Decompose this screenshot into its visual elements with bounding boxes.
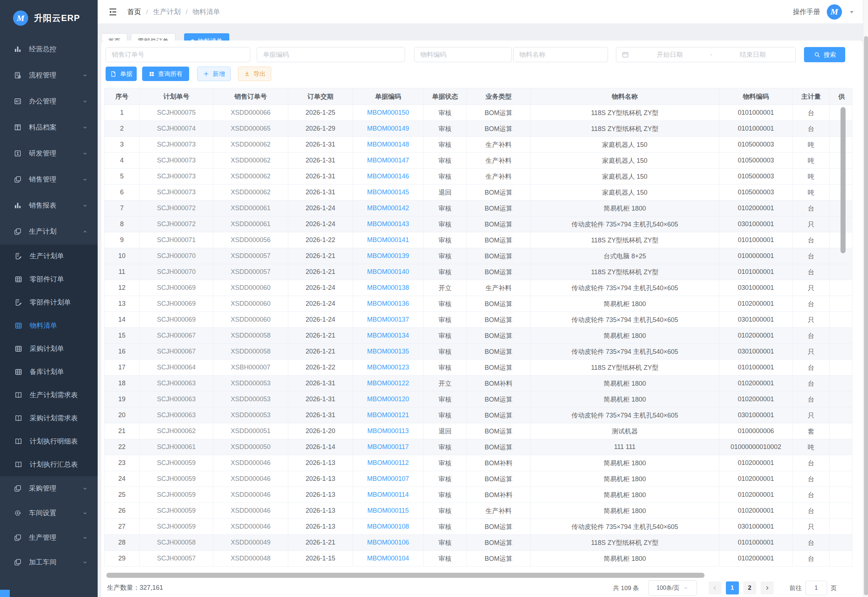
doc-code-link[interactable]: MBOM000107	[367, 475, 409, 482]
sidebar-item-加工车间[interactable]: 加工车间	[0, 550, 98, 575]
doc-code-link[interactable]: MBOM000145	[367, 189, 409, 196]
end-date-placeholder[interactable]: 结束日期	[715, 50, 791, 59]
sidebar-item-销售管理[interactable]: 销售管理	[0, 166, 98, 193]
doc-code-link[interactable]: MBOM000146	[367, 172, 409, 180]
user-menu-caret-icon[interactable]	[849, 9, 855, 15]
sidebar-item-备库计划单[interactable]: 备库计划单	[0, 360, 98, 383]
doc-code-link[interactable]: MBOM000137	[367, 316, 409, 323]
cell-partial	[829, 296, 852, 312]
prev-page-button[interactable]	[708, 581, 721, 594]
cell-material-code: 0105000003	[719, 169, 793, 184]
doc-code-link[interactable]: MBOM000123	[367, 364, 409, 371]
doc-code-link[interactable]: MBOM000148	[367, 141, 409, 148]
sidebar-item-物料清单[interactable]: 物料清单	[0, 314, 98, 337]
start-date-placeholder[interactable]: 开始日期	[632, 50, 707, 59]
sidebar-item-生产计划[interactable]: 生产计划	[0, 218, 98, 245]
collapse-menu-icon[interactable]	[108, 7, 118, 17]
doc-code-link[interactable]: MBOM000136	[367, 300, 409, 307]
sidebar-item-采购管理[interactable]: 采购管理	[0, 476, 98, 501]
doc-code-link[interactable]: MBOM000108	[367, 523, 409, 530]
doc-code-link[interactable]: MBOM000150	[367, 109, 409, 116]
doc-code-link[interactable]: MBOM000149	[367, 125, 409, 132]
cell-status: 退回	[424, 184, 467, 200]
breadcrumb-production-plan[interactable]: 生产计划	[153, 7, 181, 16]
cell-due-date: 2026-1-21	[288, 248, 353, 264]
doc-code-link[interactable]: MBOM000138	[367, 284, 409, 291]
material-code-input[interactable]	[414, 47, 512, 62]
cell-doc-code: MBOM000108	[353, 519, 424, 535]
doc-code-link[interactable]: MBOM000106	[367, 539, 409, 546]
page-size-select[interactable]: 100条/页	[649, 581, 697, 596]
sidebar-item-研发管理[interactable]: 研发管理	[0, 140, 98, 166]
sidebar-item-采购计划需求表[interactable]: 采购计划需求表	[0, 407, 98, 430]
sidebar-item-经营总控[interactable]: 经营总控	[0, 36, 98, 62]
sidebar-item-车间设置[interactable]: 车间设置	[0, 501, 98, 525]
cell-unit: 台	[793, 200, 829, 216]
cell-status: 审核	[424, 312, 467, 328]
tab-零部件订单[interactable]: 零部件订单	[131, 33, 175, 40]
doc-code-link[interactable]: MBOM000112	[367, 459, 409, 466]
user-avatar[interactable]: M	[827, 4, 842, 19]
sidebar-item-零部件订单[interactable]: 零部件订单	[0, 268, 98, 291]
doc-code-input[interactable]	[257, 47, 405, 62]
cell-sales-order-no: XSDD000062	[213, 169, 288, 184]
breadcrumb-material-list: 物料清单	[193, 7, 220, 16]
cell-status: 审核	[424, 439, 467, 455]
doc-code-link[interactable]: MBOM000120	[367, 395, 409, 403]
operation-manual-link[interactable]: 操作手册	[793, 7, 820, 16]
sidebar-item-生产计划单[interactable]: 生产计划单	[0, 245, 98, 268]
cell-sales-order-no: XSDD000053	[213, 376, 288, 392]
cell-business-type: BOM运算	[467, 471, 530, 487]
doc-code-link[interactable]: MBOM000142	[367, 205, 409, 212]
goto-page-input[interactable]	[806, 581, 827, 595]
table-row: 25SCJH000059XSDD0000462026-1-13MBOM00011…	[105, 487, 852, 503]
column-header-物料编码: 物料编码	[719, 88, 793, 105]
search-button[interactable]: 搜索	[804, 47, 845, 62]
doc-code-link[interactable]: MBOM000147	[367, 157, 409, 164]
sidebar-item-办公管理[interactable]: 办公管理	[0, 88, 98, 114]
sidebar-item-生产计划需求表[interactable]: 生产计划需求表	[0, 383, 98, 407]
doc-code-link[interactable]: MBOM000139	[367, 252, 409, 260]
sidebar-item-销售报表[interactable]: 销售报表	[0, 193, 98, 218]
table-vertical-scrollbar[interactable]	[840, 107, 846, 253]
cell-doc-code: MBOM000147	[353, 153, 424, 169]
material-name-input[interactable]	[513, 47, 608, 62]
sidebar-item-采购计划单[interactable]: 采购计划单	[0, 337, 98, 360]
doc-code-link[interactable]: MBOM000117	[367, 443, 409, 450]
sidebar-item-零部件计划单[interactable]: 零部件计划单	[0, 291, 98, 314]
doc-code-link[interactable]: MBOM000143	[367, 220, 409, 227]
tab-首页[interactable]: 首页	[101, 33, 127, 40]
doc-code-link[interactable]: MBOM000122	[367, 380, 409, 387]
sidebar-item-计划执行明细表[interactable]: 计划执行明细表	[0, 430, 98, 453]
doc-code-link[interactable]: MBOM000141	[367, 236, 409, 244]
chevron-down-icon	[82, 535, 88, 541]
sidebar-item-生产管理[interactable]: 生产管理	[0, 525, 98, 550]
document-button[interactable]: 单据	[106, 67, 137, 81]
export-button[interactable]: 导出	[238, 67, 271, 81]
rd-icon	[14, 149, 22, 157]
doc-code-link[interactable]: MBOM000135	[367, 348, 409, 355]
doc-code-link[interactable]: MBOM000104	[367, 555, 409, 562]
sidebar-item-料品档案[interactable]: 料品档案	[0, 114, 98, 140]
sidebar-item-流程管理[interactable]: 流程管理	[0, 62, 98, 88]
page-button-2[interactable]: 2	[743, 581, 756, 594]
cell-status: 审核	[424, 535, 467, 551]
breadcrumb-home[interactable]: 首页	[127, 7, 141, 16]
query-all-button[interactable]: 查询所有	[142, 67, 189, 81]
sidebar-item-计划执行汇总表[interactable]: 计划执行汇总表	[0, 453, 98, 476]
table-horizontal-scrollbar[interactable]	[106, 573, 705, 578]
sales-order-input[interactable]	[106, 47, 250, 62]
page-scrollbar-thumb[interactable]	[864, 36, 868, 595]
doc-code-link[interactable]: MBOM000115	[367, 507, 409, 514]
doc-code-link[interactable]: MBOM000121	[367, 411, 409, 419]
doc-code-link[interactable]: MBOM000140	[367, 268, 409, 275]
cell-material-code: 0101000001	[719, 359, 793, 376]
tab-物料清单[interactable]: 物料清单	[184, 33, 229, 40]
date-range-picker[interactable]: 开始日期 - 结束日期	[616, 47, 795, 62]
doc-code-link[interactable]: MBOM000114	[367, 491, 409, 498]
doc-code-link[interactable]: MBOM000134	[367, 332, 409, 339]
next-page-button[interactable]	[761, 581, 773, 594]
add-button[interactable]: 新增	[197, 67, 231, 81]
doc-code-link[interactable]: MBOM000113	[367, 427, 409, 435]
page-button-1[interactable]: 1	[726, 581, 739, 594]
